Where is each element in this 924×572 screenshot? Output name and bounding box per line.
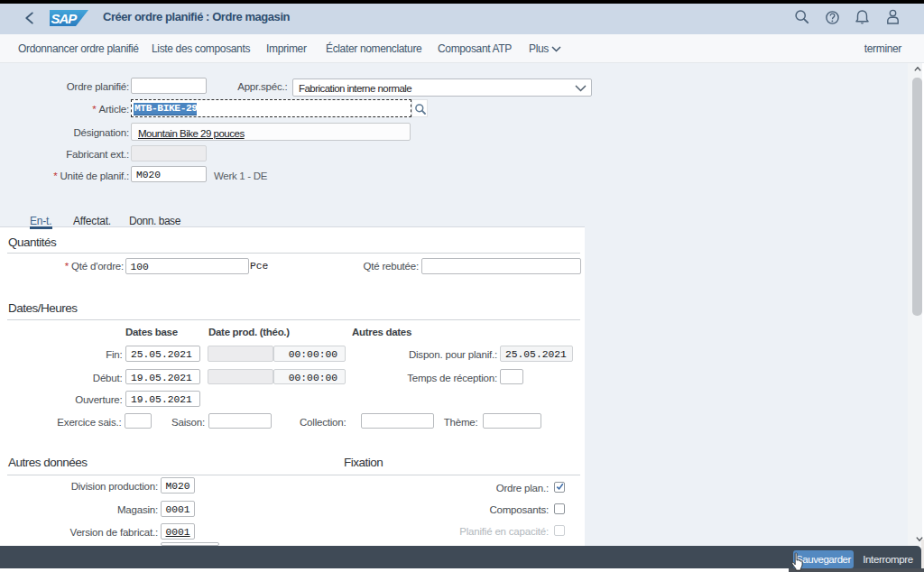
svg-text:SAP: SAP [51,11,79,26]
